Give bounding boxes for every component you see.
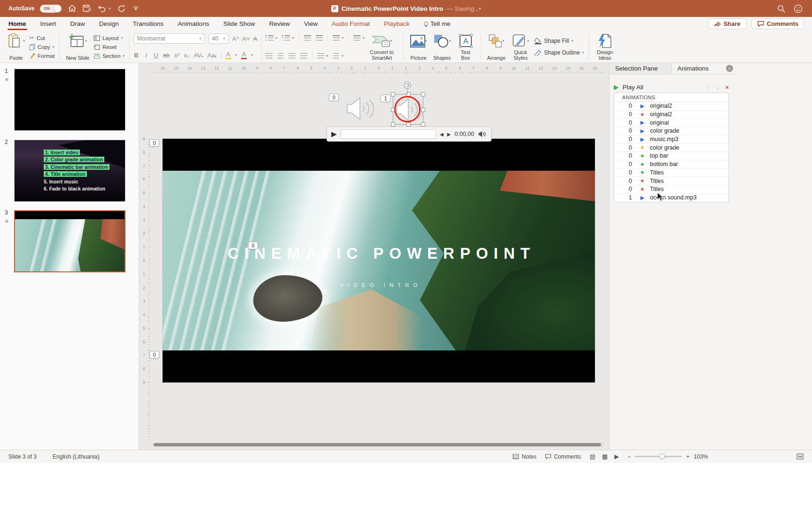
clear-formatting-button[interactable]: A (253, 33, 258, 44)
audio-speaker-icon[interactable] (344, 94, 375, 123)
tab-selection-pane[interactable]: Selection Pane (609, 63, 672, 74)
shape-outline-button[interactable]: Shape Outline▾ (534, 48, 584, 57)
volume-icon[interactable] (478, 130, 487, 138)
scrollbar-thumb[interactable] (154, 443, 601, 446)
delete-animation-icon[interactable]: × (725, 84, 729, 91)
animation-item[interactable]: 0★Titles (614, 169, 728, 177)
convert-smartart-button[interactable]: ▾ Convert to SmartArt (365, 32, 399, 62)
text-highlight-button[interactable]: A (226, 51, 231, 59)
bullets-button[interactable]: ▾ (265, 33, 278, 42)
align-text-button[interactable]: ▾ (333, 51, 344, 60)
tab-view[interactable]: View (304, 20, 318, 27)
resize-handle[interactable] (421, 108, 425, 112)
tab-playback[interactable]: Playback (384, 20, 410, 27)
align-left-button[interactable] (265, 51, 273, 60)
resize-handle[interactable] (421, 92, 425, 96)
new-slide-button[interactable]: ▾ New Slide (64, 32, 91, 62)
numbering-button[interactable]: ▾ (282, 33, 294, 42)
subscript-button[interactable]: x₂ (184, 52, 189, 59)
strikethrough-button[interactable]: ab (163, 52, 170, 59)
tab-audio-format[interactable]: Audio Format (332, 20, 370, 27)
animation-item[interactable]: 0★color grade (614, 143, 728, 152)
underline-button[interactable]: U (153, 52, 159, 59)
shape-fill-button[interactable]: Shape Fill▾ (534, 37, 584, 46)
increase-indent-button[interactable] (316, 33, 323, 42)
slide-canvas[interactable]: CINEMATIC POWERPOINT VIDEO INTRO 0 (163, 139, 595, 382)
line-spacing-button[interactable]: ▾ (333, 33, 344, 42)
tab-design[interactable]: Design (99, 20, 119, 27)
play-all-button[interactable]: Play All (623, 84, 643, 91)
italic-button[interactable]: I (143, 52, 149, 59)
quick-styles-button[interactable]: ▾ Quick Styles (510, 32, 531, 62)
zoom-slider[interactable] (635, 456, 682, 457)
status-comments-button[interactable]: Comments (545, 453, 581, 460)
text-direction-button[interactable]: ▾ (317, 51, 328, 60)
justify-button[interactable] (300, 51, 307, 60)
rotate-handle[interactable] (404, 81, 411, 89)
close-pane-icon[interactable]: × (726, 65, 733, 72)
slide-2-thumbnail[interactable]: 1. Insert video2. Color grade animation3… (14, 140, 125, 202)
notes-button[interactable]: Notes (513, 453, 536, 460)
tab-home[interactable]: Home (8, 20, 26, 27)
undo-menu-chevron[interactable]: ▾ (109, 7, 110, 11)
section-button[interactable]: Section▾ (94, 51, 125, 60)
slideshow-view-icon[interactable]: ▶ (614, 453, 619, 460)
undo-icon[interactable] (97, 4, 107, 13)
change-case-button[interactable]: Aa▾ (207, 52, 216, 59)
normal-view-icon[interactable]: ▤ (590, 453, 595, 460)
format-painter-button[interactable]: Format (29, 51, 55, 60)
zoom-slider-knob[interactable] (659, 453, 665, 459)
slide-3-thumbnail[interactable]: CINEMATIC POWERPOINT VIDEO INTRO (14, 210, 125, 272)
slide-subtitle-text[interactable]: VIDEO INTRO (163, 282, 595, 288)
share-button[interactable]: Share (708, 18, 747, 29)
fit-slide-to-window-icon[interactable] (796, 453, 804, 460)
move-animation-up-icon[interactable]: ↑ (706, 83, 710, 91)
shapes-button[interactable]: ▾ Shapes (432, 32, 453, 62)
animation-item[interactable]: 0▶color grade (614, 127, 728, 135)
copy-button[interactable]: Copy▾ (29, 42, 55, 51)
tab-animations[interactable]: Animations (178, 20, 209, 27)
slide-1-thumbnail[interactable] (14, 69, 125, 131)
bold-button[interactable]: B (133, 52, 139, 59)
arrange-button[interactable]: ▾ Arrange (486, 32, 507, 62)
animation-item[interactable]: 0★original2 (614, 111, 728, 119)
columns-button[interactable]: ▾ (353, 33, 365, 42)
font-size-select[interactable]: 40▾ (208, 33, 229, 44)
font-name-select[interactable]: Montserrat▾ (133, 33, 205, 44)
decrease-indent-button[interactable] (304, 33, 311, 42)
animation-item[interactable]: 1▶ocean sound.mp3 (614, 194, 728, 202)
tab-insert[interactable]: Insert (40, 20, 56, 27)
animation-item[interactable]: 0▶music.mp3 (614, 135, 728, 144)
increase-font-button[interactable]: A^ (232, 33, 239, 44)
quick-access-menu-icon[interactable] (131, 4, 141, 13)
tab-review[interactable]: Review (269, 20, 290, 27)
resize-handle[interactable] (391, 122, 395, 127)
playback-progress-bar[interactable] (341, 129, 436, 139)
autosave-toggle[interactable]: ON (40, 5, 62, 13)
font-color-button[interactable]: A (241, 51, 247, 59)
tab-transitions[interactable]: Transitions (133, 20, 164, 27)
character-spacing-button[interactable]: AV▾ (194, 52, 203, 59)
move-animation-down-icon[interactable]: ↓ (716, 83, 719, 91)
design-ideas-button[interactable]: Design Ideas (593, 32, 616, 62)
paste-button[interactable]: ▾ Paste (6, 32, 26, 62)
tab-slide-show[interactable]: Slide Show (223, 20, 255, 27)
tab-animations[interactable]: Animations (672, 63, 734, 74)
play-button[interactable]: ▶ (331, 130, 337, 138)
layout-button[interactable]: Layout▾ (94, 33, 125, 42)
animation-item[interactable]: 0▶original2 (614, 102, 728, 111)
animation-item[interactable]: 0★Titles (614, 177, 728, 185)
resize-handle[interactable] (406, 122, 411, 127)
animation-item[interactable]: 0★bottom bar (614, 160, 728, 169)
resize-handle[interactable] (391, 92, 395, 96)
animation-item[interactable]: 0★top bar (614, 152, 728, 160)
text-box-button[interactable]: A Text Box (455, 32, 476, 62)
comments-button[interactable]: Comments (751, 18, 804, 29)
move-forward-button[interactable]: ▶ (447, 132, 451, 137)
home-icon[interactable] (67, 4, 77, 13)
animation-item[interactable]: 0▶original (614, 119, 728, 127)
search-icon[interactable] (776, 4, 786, 13)
redo-icon[interactable] (116, 4, 125, 13)
zoom-in-icon[interactable]: + (686, 453, 689, 460)
slide-title-text[interactable]: CINEMATIC POWERPOINT (163, 245, 595, 262)
